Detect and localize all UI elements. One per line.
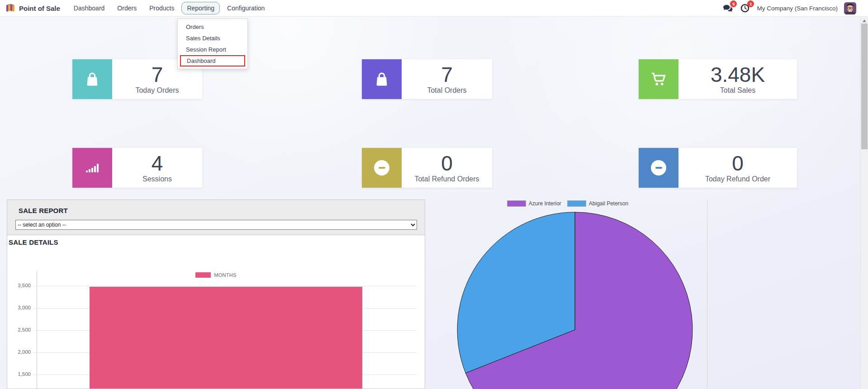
bar-signal-icon xyxy=(72,148,112,188)
kpi-label: Total Orders xyxy=(427,87,466,95)
nav-item-reporting[interactable]: Reporting xyxy=(181,2,220,14)
kpi-label: Total Sales xyxy=(720,87,755,95)
nav-item-dashboard[interactable]: Dashboard xyxy=(68,2,110,14)
activities-badge: 1 xyxy=(747,0,754,7)
activities-button[interactable]: 1 xyxy=(740,3,750,14)
minus-circle-icon xyxy=(639,148,678,188)
abigail-peterson-swatch xyxy=(567,200,586,207)
kpi-card-total-refund-orders: 0 Total Refund Orders xyxy=(362,148,492,188)
top-navbar: Point of Sale Dashboard Orders Products … xyxy=(0,0,868,17)
y-axis-line xyxy=(37,271,37,389)
y-axis-tick-label: 1,500 xyxy=(7,371,31,377)
app-title[interactable]: Point of Sale xyxy=(19,5,60,12)
company-switcher[interactable]: My Company (San Francisco) xyxy=(757,5,838,12)
menu-item-dashboard[interactable]: Dashboard xyxy=(180,55,245,66)
nav-item-orders[interactable]: Orders xyxy=(112,2,142,14)
legend-item-azure-interior[interactable]: Azure Interior xyxy=(507,200,561,207)
reporting-dropdown-menu: Orders Sales Details Session Report Dash… xyxy=(177,19,248,69)
vertical-scrollbar xyxy=(860,17,868,389)
azure-interior-swatch xyxy=(507,200,526,207)
customer-pie-panel: Azure Interior Abigail Peterson xyxy=(428,199,707,389)
shopping-bag-icon xyxy=(72,59,112,99)
kpi-label: Total Refund Orders xyxy=(414,176,479,183)
kpi-value: 7 xyxy=(152,64,163,85)
y-axis-tick-label: 3,500 xyxy=(7,283,31,288)
pie-chart-legend: Azure Interior Abigail Peterson xyxy=(428,200,707,207)
kpi-card-total-orders: 7 Total Orders xyxy=(362,59,492,99)
kpi-value: 7 xyxy=(441,64,453,85)
kpi-value: 3.48K xyxy=(711,64,765,85)
user-avatar[interactable] xyxy=(844,2,856,14)
y-axis-tick-label: 2,000 xyxy=(7,349,31,355)
y-axis-tick-label: 2,500 xyxy=(7,327,31,332)
kpi-label: Today Orders xyxy=(135,87,179,95)
kpi-value: 4 xyxy=(152,152,163,174)
kpi-card-total-sales: 3.48K Total Sales xyxy=(639,59,797,99)
scrollbar-thumb[interactable] xyxy=(861,24,868,149)
months-bar xyxy=(90,287,362,389)
menu-item-orders[interactable]: Orders xyxy=(178,21,247,33)
menu-item-session-report[interactable]: Session Report xyxy=(178,44,247,55)
nav-item-products[interactable]: Products xyxy=(144,2,180,14)
kpi-card-today-refund-order: 0 Today Refund Order xyxy=(639,148,797,188)
y-axis-tick-label: 3,000 xyxy=(7,305,31,310)
messages-badge: 5 xyxy=(730,0,737,7)
nav-item-configuration[interactable]: Configuration xyxy=(222,2,270,14)
shopping-cart-icon xyxy=(639,59,678,99)
menu-item-sales-details[interactable]: Sales Details xyxy=(178,33,247,44)
customer-pie-chart xyxy=(456,211,693,389)
messages-button[interactable]: 5 xyxy=(722,3,733,14)
pos-app-logo-icon[interactable] xyxy=(5,4,15,13)
kpi-card-sessions: 4 Sessions xyxy=(72,148,202,188)
shopping-bag-icon xyxy=(362,59,402,99)
kpi-label: Today Refund Order xyxy=(705,176,770,183)
legend-item-abigail-peterson[interactable]: Abigail Peterson xyxy=(567,200,628,207)
gridline xyxy=(34,286,417,286)
kpi-value: 0 xyxy=(441,152,453,174)
sale-report-panel: SALE REPORT -- select an option -- SALE … xyxy=(7,199,425,389)
sale-details-bar-chart: 3,5003,0002,5002,0001,500 xyxy=(7,200,425,389)
minus-circle-icon xyxy=(362,148,402,188)
scroll-up-arrow[interactable] xyxy=(863,19,866,22)
main-menu: Dashboard Orders Products Reporting Conf… xyxy=(68,2,270,14)
kpi-value: 0 xyxy=(732,152,744,174)
kpi-label: Sessions xyxy=(142,176,172,183)
